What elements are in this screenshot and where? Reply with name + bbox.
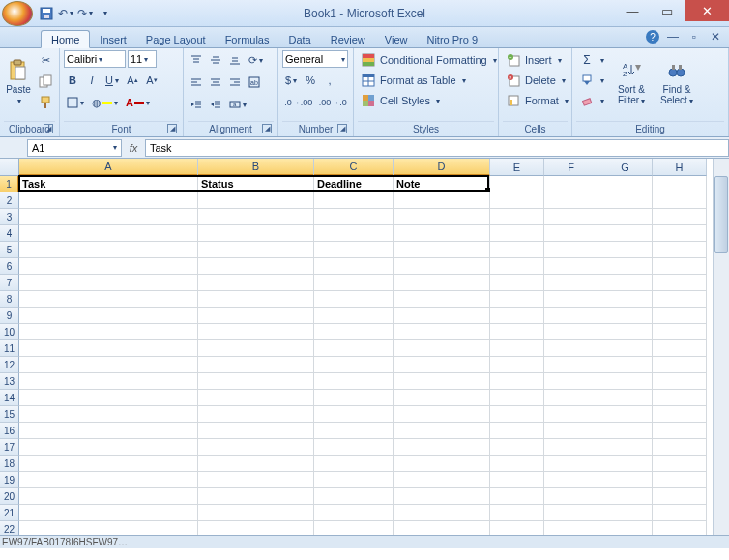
cell-H21[interactable] [653,505,707,521]
cell-H7[interactable] [653,275,707,291]
row-header-22[interactable]: 22 [0,521,19,535]
fill-button[interactable]: ▾ [576,71,607,90]
tab-formulas[interactable]: Formulas [216,31,279,47]
row-header-9[interactable]: 9 [0,308,19,324]
cell-A4[interactable] [19,225,198,242]
cell-G3[interactable] [598,209,653,225]
cell-E9[interactable] [490,308,544,324]
doc-minimize-icon[interactable]: — [665,29,681,44]
find-select-button[interactable]: Find & Select▾ [656,50,698,114]
cell-E1[interactable] [490,176,544,192]
cell-E5[interactable] [490,242,544,258]
cell-H13[interactable] [653,373,707,390]
cell-C15[interactable] [314,406,394,423]
cell-F12[interactable] [544,357,598,373]
sort-filter-button[interactable]: AZ Sort & Filter▾ [610,50,653,114]
cell-H12[interactable] [653,357,707,373]
cell-G5[interactable] [598,242,653,258]
decrease-indent-button[interactable] [188,95,205,114]
column-header-D[interactable]: D [394,159,490,176]
cell-H1[interactable] [653,176,707,192]
cell-B4[interactable] [198,225,314,242]
cell-F1[interactable] [544,176,598,192]
cell-B22[interactable] [198,521,314,535]
row-header-5[interactable]: 5 [0,242,19,258]
cell-H6[interactable] [653,258,707,275]
cell-D8[interactable] [394,291,490,308]
clear-button[interactable]: ▾ [576,91,607,110]
cell-H3[interactable] [653,209,707,225]
cell-G4[interactable] [598,225,653,242]
cell-E10[interactable] [490,324,544,340]
increase-indent-button[interactable] [207,95,224,114]
cell-F16[interactable] [544,423,598,439]
cell-F7[interactable] [544,275,598,291]
cell-G10[interactable] [598,324,653,340]
align-right-button[interactable] [226,73,244,92]
font-size-combo[interactable]: 11▾ [128,50,157,68]
select-all-corner[interactable] [0,159,19,176]
cell-C2[interactable] [314,192,394,209]
column-header-G[interactable]: G [598,159,653,176]
underline-button[interactable]: U▾ [102,71,122,90]
clipboard-launcher[interactable]: ◢ [44,124,53,133]
cell-H18[interactable] [653,456,707,472]
cell-A2[interactable] [19,192,198,209]
cell-B7[interactable] [198,275,314,291]
cell-H10[interactable] [653,324,707,340]
doc-restore-icon[interactable]: ▫ [686,29,702,44]
cell-D9[interactable] [394,308,490,324]
cell-B15[interactable] [198,406,314,423]
decrease-decimal-button[interactable]: .00→.0 [317,93,350,112]
cell-F8[interactable] [544,291,598,308]
cut-button[interactable]: ✂ [36,50,55,70]
cell-styles-button[interactable]: Cell Styles▾ [358,91,500,110]
cell-A1[interactable]: Task [19,176,198,192]
cell-E7[interactable] [490,275,544,291]
font-name-combo[interactable]: Calibri▾ [64,50,126,68]
cell-A16[interactable] [19,423,198,439]
cell-A7[interactable] [19,275,198,291]
cells-grid[interactable]: TaskStatusDeadlineNote [19,176,707,535]
cell-H17[interactable] [653,439,707,456]
row-header-18[interactable]: 18 [0,456,19,472]
row-header-3[interactable]: 3 [0,209,19,225]
conditional-formatting-button[interactable]: Conditional Formatting▾ [358,50,500,70]
row-header-20[interactable]: 20 [0,488,19,505]
cell-C19[interactable] [314,472,394,488]
cell-B19[interactable] [198,472,314,488]
font-launcher[interactable]: ◢ [167,124,177,133]
font-color-button[interactable]: A▾ [123,93,153,112]
formula-input[interactable]: Task [145,139,729,157]
cell-G17[interactable] [598,439,653,456]
cell-A6[interactable] [19,258,198,275]
cell-G12[interactable] [598,357,653,373]
cell-H5[interactable] [653,242,707,258]
cell-H4[interactable] [653,225,707,242]
cell-B17[interactable] [198,439,314,456]
cell-F9[interactable] [544,308,598,324]
column-header-F[interactable]: F [544,159,598,176]
tab-home[interactable]: Home [41,30,90,48]
row-header-17[interactable]: 17 [0,439,19,456]
accounting-button[interactable]: $▾ [282,71,300,90]
cell-D4[interactable] [394,225,490,242]
wrap-text-button[interactable]: ab [246,73,263,92]
cell-D1[interactable]: Note [394,176,490,192]
cell-C5[interactable] [314,242,394,258]
cell-A5[interactable] [19,242,198,258]
cell-A17[interactable] [19,439,198,456]
copy-button[interactable] [36,72,55,91]
vertical-scrollbar[interactable] [713,159,729,535]
cell-E6[interactable] [490,258,544,275]
format-cells-button[interactable]: Format▾ [503,91,571,110]
tab-data[interactable]: Data [278,31,320,47]
align-bottom-button[interactable] [226,50,244,70]
cell-D11[interactable] [394,340,490,357]
cell-G8[interactable] [598,291,653,308]
align-middle-button[interactable] [207,50,224,70]
cell-A15[interactable] [19,406,198,423]
cell-C21[interactable] [314,505,394,521]
cell-F5[interactable] [544,242,598,258]
increase-decimal-button[interactable]: .0→.00 [282,93,315,112]
